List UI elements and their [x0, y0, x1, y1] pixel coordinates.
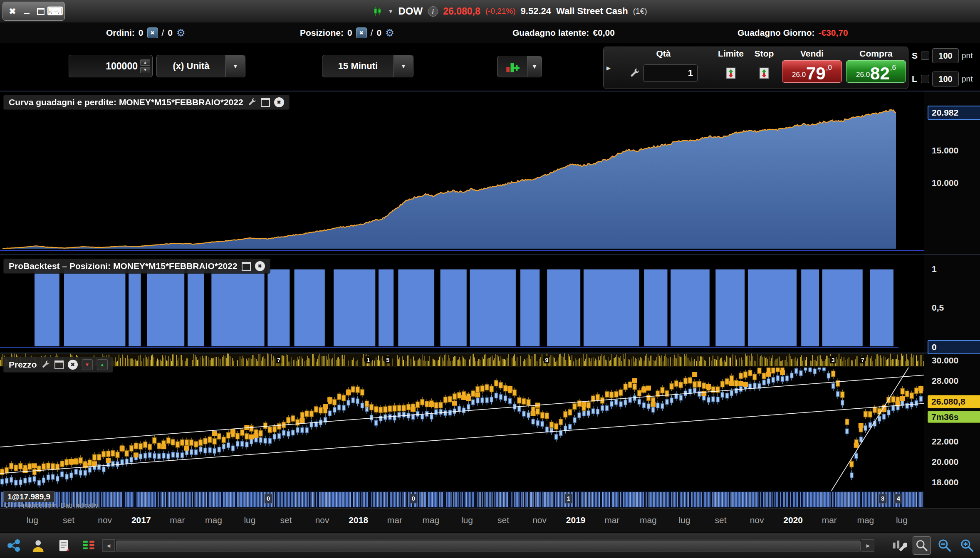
chart-type-button[interactable]: ▼ [497, 56, 542, 77]
positions-current-value-badge: 0 [928, 340, 980, 354]
stop-cell [748, 60, 780, 89]
candlestick-chart-icon[interactable] [372, 6, 383, 17]
time-axis-month-label: mag [857, 515, 874, 525]
axis-tick-label: 20.000 [932, 457, 958, 467]
market-name: Wall Street Cash [556, 6, 628, 17]
position-settings-gear-icon[interactable]: ⚙ [385, 28, 394, 38]
equity-title-bar: Curva guadagni e perdite: MONEY*M15*FEBB… [3, 95, 290, 110]
detach-window-icon[interactable] [261, 98, 270, 107]
scrollbar-thumb[interactable] [116, 541, 861, 551]
instrument-price: 26.080,8 [443, 6, 480, 17]
unit-selector-dropdown[interactable]: (x) Unità ▼ [156, 55, 245, 77]
timeframe-dropdown[interactable]: 15 Minuti ▼ [322, 55, 413, 77]
notes-icon[interactable] [55, 537, 72, 554]
bottom-left-icons [5, 533, 97, 558]
time-axis-year-label: 2019 [566, 515, 586, 525]
minimize-window-button[interactable] [20, 4, 33, 19]
stop-header: Stop [748, 49, 780, 59]
detach-window-icon[interactable] [54, 360, 64, 369]
order-quantity-input[interactable]: 1 [643, 64, 698, 82]
equity-current-value-badge: 20.982 [928, 106, 980, 120]
limit-row-label: L [912, 74, 918, 84]
equity-curve-panel: Curva guadagni e perdite: MONEY*M15*FEBB… [0, 91, 980, 255]
axis-tick-label: 1 [932, 264, 937, 274]
buy-marker-icon[interactable]: ▲ [97, 359, 108, 370]
cancel-orders-icon[interactable]: ✖ [147, 27, 158, 38]
quantity-stepper-buttons: ▲ ▼ [140, 59, 152, 73]
stop-checkbox[interactable] [921, 52, 929, 60]
unit-selector-caret[interactable]: ▼ [225, 55, 245, 77]
buy-button[interactable]: 26.0 82 ,6 [846, 60, 906, 83]
scroll-right-button[interactable]: ▶ [862, 539, 874, 552]
unrealized-pl-label: Guadagno latente: [512, 28, 589, 38]
cursor-zoom-icon[interactable] [913, 536, 931, 555]
quantity-increment-button[interactable]: ▲ [140, 59, 150, 66]
stop-points-input[interactable]: 100 [932, 48, 959, 63]
position-separator: / [371, 28, 373, 38]
chart-type-caret[interactable]: ▼ [527, 56, 542, 77]
positions-title-bar: ProBacktest – Posizioni: MONEY*M15*FEBBR… [3, 259, 270, 274]
limit-points-input[interactable]: 100 [932, 72, 959, 86]
unrealized-pl-group: Guadagno latente: €0,00 [512, 22, 615, 43]
instrument-name[interactable]: DOW [398, 5, 423, 17]
time-axis-month-label: nov [750, 515, 764, 525]
time-axis-month-label: lug [461, 515, 473, 525]
time-axis-month-label: mag [640, 515, 657, 525]
bottom-toolbar: ◀ ▶ [0, 532, 980, 558]
limit-points-row: L 100 pnt [912, 72, 978, 86]
quantity-value[interactable]: 100000 [69, 61, 140, 72]
zoom-in-icon[interactable] [958, 537, 976, 554]
maximize-window-button[interactable] [35, 4, 47, 19]
qty-header: Qtà [614, 49, 713, 59]
share-icon[interactable] [5, 537, 22, 554]
orders-settings-gear-icon[interactable]: ⚙ [176, 28, 186, 38]
price-plot[interactable] [0, 353, 924, 508]
clock: 9.52.24 [521, 6, 551, 17]
close-icon[interactable]: ✖ [274, 97, 284, 107]
ticket-collapse-arrow[interactable]: ▶ [604, 47, 614, 89]
sell-marker-icon[interactable]: ▼ [82, 359, 93, 370]
limit-checkbox[interactable] [921, 75, 929, 83]
stop-limit-panel: S 100 pnt L 100 pnt [912, 48, 978, 86]
profile-icon[interactable] [30, 537, 47, 554]
wrench-icon[interactable] [629, 68, 640, 79]
quantity-stepper[interactable]: 100000 ▲ ▼ [69, 55, 153, 77]
sell-price-prefix: 26.0 [792, 71, 806, 81]
sell-button[interactable]: 26.0 79 ,0 [782, 60, 842, 83]
time-axis-month-label: mag [422, 515, 439, 525]
instrument-dropdown-icon[interactable]: ▼ [388, 8, 393, 15]
positions-title: ProBacktest – Posizioni: MONEY*M15*FEBBR… [9, 261, 238, 271]
day-pl-value: -€30,70 [818, 28, 848, 38]
time-axis[interactable]: lugsetnov2017marmaglugsetnov2018marmaglu… [0, 508, 980, 533]
trading-platform-window: ✖ ⌨ ▼ DOW i 26.080,8 (-0,21%) 9.52.24 Wa… [0, 0, 980, 558]
position-open-count: 0 [347, 28, 352, 38]
detach-window-icon[interactable] [242, 262, 251, 271]
close-icon[interactable]: ✖ [68, 360, 78, 370]
chart-tools-icon[interactable] [890, 537, 908, 554]
limit-cell [713, 60, 748, 89]
scroll-left-button[interactable]: ◀ [102, 539, 115, 552]
sell-header: Vendi [780, 49, 844, 59]
zoom-out-icon[interactable] [936, 537, 953, 554]
wrench-icon[interactable] [247, 98, 257, 107]
scrollbar-track[interactable] [115, 539, 862, 552]
keyboard-icon[interactable]: ⌨ [49, 4, 61, 19]
limit-order-icon[interactable] [724, 67, 737, 80]
buy-cell: 26.0 82 ,6 [844, 60, 908, 89]
quantity-decrement-button[interactable]: ▼ [140, 67, 150, 73]
close-window-button[interactable]: ✖ [6, 4, 19, 19]
equity-curve-plot[interactable] [0, 91, 924, 254]
stop-order-icon[interactable] [757, 67, 771, 80]
chart-type-icon [497, 56, 527, 77]
wrench-icon[interactable] [41, 360, 50, 369]
close-position-icon[interactable]: ✖ [356, 27, 367, 38]
chart-scrollbar[interactable]: ◀ ▶ [102, 539, 874, 552]
stop-points-unit: pnt [962, 51, 973, 60]
axis-tick-label: 30.000 [932, 356, 958, 365]
timeframe-caret[interactable]: ▼ [393, 55, 413, 77]
time-axis-month-label: mag [205, 515, 222, 525]
orderbook-icon[interactable] [80, 537, 97, 554]
info-icon[interactable]: i [428, 6, 438, 17]
close-icon[interactable]: ✖ [255, 261, 265, 271]
qty-cell: 1 [614, 60, 713, 89]
